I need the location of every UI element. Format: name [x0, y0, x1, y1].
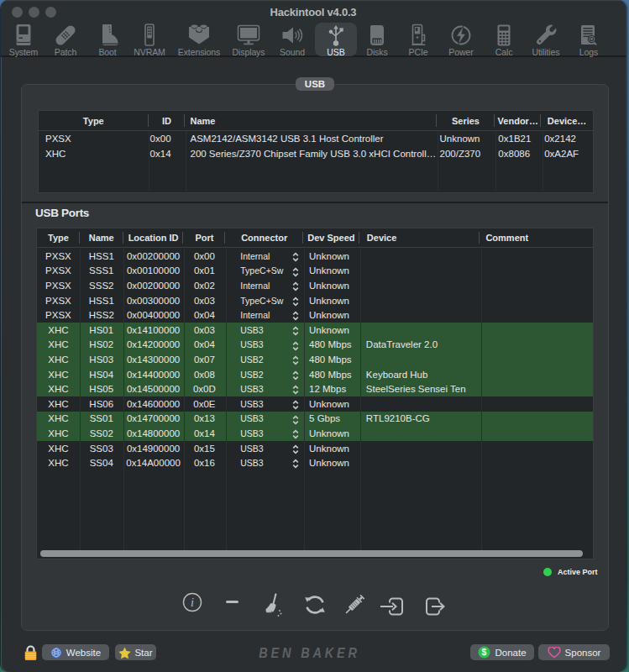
svg-text:$: $ [482, 647, 487, 657]
svg-text:i: i [191, 596, 194, 609]
